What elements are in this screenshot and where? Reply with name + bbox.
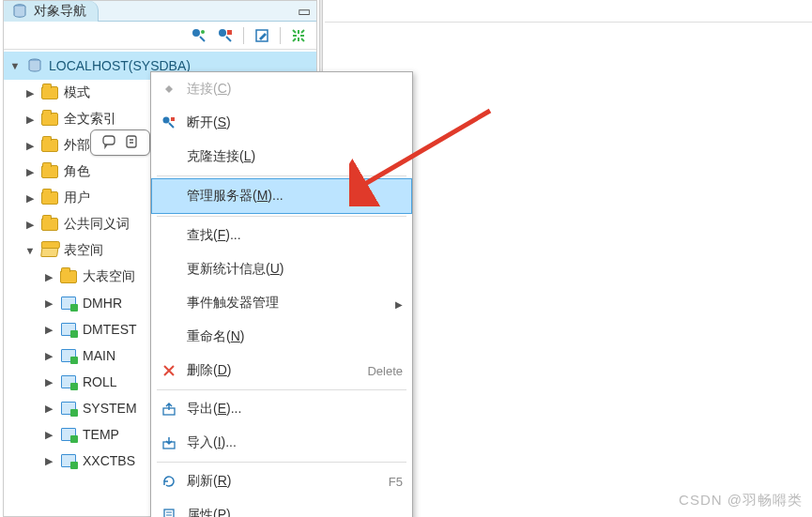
props-icon	[161, 508, 177, 517]
menu-label: 属性(P)	[187, 507, 403, 517]
menu-item: 连接(C)	[151, 72, 412, 106]
comment-icon[interactable]	[101, 134, 116, 152]
expand-arrow-icon[interactable]	[24, 166, 36, 178]
menu-item[interactable]: 查找(F)...	[151, 219, 412, 252]
tablespace-icon	[60, 426, 77, 443]
tree-label: SYSTEM	[83, 401, 137, 416]
expand-arrow-icon[interactable]	[43, 376, 54, 388]
menu-item[interactable]: 删除(D)Delete	[151, 354, 412, 388]
floating-toolbar[interactable]	[90, 129, 150, 156]
tree-label: 表空间	[64, 242, 103, 259]
panel-toolbar-icon[interactable]: ▭	[292, 3, 316, 20]
tab-object-nav[interactable]: 对象导航	[4, 1, 99, 22]
svg-point-9	[163, 117, 170, 124]
menu-label: 刷新(R)	[187, 473, 379, 490]
tree-label: MAIN	[83, 348, 115, 363]
folder-icon	[41, 111, 58, 128]
tablespace-icon	[60, 452, 77, 469]
tree-label: ROLL	[83, 374, 117, 389]
editor-tabstrip	[325, 0, 812, 23]
plug-icon	[161, 82, 177, 97]
expand-arrow-icon[interactable]	[9, 60, 21, 71]
expand-arrow-icon[interactable]	[24, 87, 36, 99]
new-connection-icon[interactable]	[191, 27, 207, 44]
menu-shortcut: Delete	[367, 364, 403, 378]
menu-label: 查找(F)...	[187, 227, 403, 244]
tab-label: 对象导航	[34, 3, 86, 20]
server-icon	[26, 57, 43, 74]
menu-item[interactable]: 管理服务器(M)...	[151, 178, 412, 214]
menu-item[interactable]: 导出(E)...	[151, 392, 412, 426]
tree-label: 大表空间	[83, 268, 135, 285]
folder-icon	[41, 190, 58, 206]
svg-point-1	[192, 29, 200, 37]
menu-shortcut: F5	[389, 475, 403, 489]
folder-icon	[41, 216, 58, 233]
expand-arrow-icon[interactable]	[24, 245, 36, 256]
expand-arrow-icon[interactable]	[24, 192, 36, 205]
panel-toolbar	[4, 22, 316, 50]
expand-arrow-icon[interactable]	[24, 140, 36, 152]
disconnect-icon[interactable]	[217, 27, 234, 44]
svg-rect-7	[103, 136, 115, 144]
refresh-icon	[161, 474, 177, 489]
svg-point-3	[219, 29, 226, 37]
expand-all-icon[interactable]	[290, 27, 307, 44]
tablespace-icon	[60, 295, 77, 312]
expand-arrow-icon[interactable]	[43, 455, 54, 467]
folder-icon	[41, 163, 58, 180]
folder-icon	[41, 137, 58, 154]
edit-icon[interactable]	[253, 27, 270, 44]
svg-rect-10	[171, 117, 175, 121]
svg-rect-8	[127, 136, 136, 147]
tree-label: 公共同义词	[64, 216, 130, 233]
menu-label: 导出(E)...	[187, 401, 403, 418]
tree-label: DMHR	[83, 296, 122, 311]
menu-separator	[157, 389, 406, 390]
menu-label: 连接(C)	[187, 81, 403, 98]
tablespace-icon	[60, 321, 77, 338]
menu-label: 更新统计信息(U)	[187, 261, 403, 278]
watermark: CSDN @羽畅嘚类	[679, 492, 803, 509]
menu-label: 断开(S)	[187, 114, 403, 131]
expand-arrow-icon[interactable]	[43, 429, 54, 441]
panel-tabs: 对象导航 ▭	[4, 1, 316, 22]
tree-label: 全文索引	[64, 111, 116, 128]
tree-label: DMTEST	[83, 322, 137, 337]
menu-item[interactable]: 属性(P)	[151, 498, 412, 517]
note-icon[interactable]	[124, 134, 139, 152]
menu-item[interactable]: 导入(I)...	[151, 426, 412, 460]
tree-label: 角色	[64, 163, 90, 180]
export-icon	[161, 402, 177, 417]
tablespace-icon	[60, 373, 77, 390]
import-icon	[161, 435, 177, 450]
menu-label: 删除(D)	[187, 362, 358, 379]
menu-label: 事件触发器管理	[187, 295, 386, 312]
menu-separator	[157, 462, 406, 463]
menu-item[interactable]: 更新统计信息(U)	[151, 252, 412, 286]
menu-separator	[157, 216, 406, 217]
svg-rect-4	[227, 30, 232, 35]
menu-item[interactable]: 重命名(N)	[151, 320, 412, 354]
expand-arrow-icon[interactable]	[24, 114, 36, 126]
menu-item[interactable]: 事件触发器管理	[151, 286, 412, 320]
expand-arrow-icon[interactable]	[24, 219, 36, 231]
menu-label: 重命名(N)	[187, 328, 403, 345]
tree-label: XXCTBS	[83, 453, 135, 468]
tree-label: 模式	[64, 84, 90, 101]
tablespace-icon	[60, 400, 77, 417]
expand-arrow-icon[interactable]	[43, 324, 54, 336]
disconnect-icon	[161, 115, 177, 130]
expand-arrow-icon[interactable]	[43, 297, 54, 310]
menu-item[interactable]: 克隆连接(L)	[151, 140, 412, 174]
svg-rect-13	[164, 509, 174, 517]
menu-item[interactable]: 断开(S)	[151, 106, 412, 140]
context-menu: 连接(C)断开(S)克隆连接(L)管理服务器(M)...查找(F)...更新统计…	[150, 71, 413, 517]
expand-arrow-icon[interactable]	[43, 350, 54, 362]
tablespace-icon	[60, 347, 77, 364]
folder-open-icon	[41, 242, 58, 259]
expand-arrow-icon[interactable]	[43, 271, 54, 283]
expand-arrow-icon[interactable]	[43, 403, 54, 415]
menu-item[interactable]: 刷新(R)F5	[151, 464, 412, 498]
db-icon	[11, 3, 28, 20]
